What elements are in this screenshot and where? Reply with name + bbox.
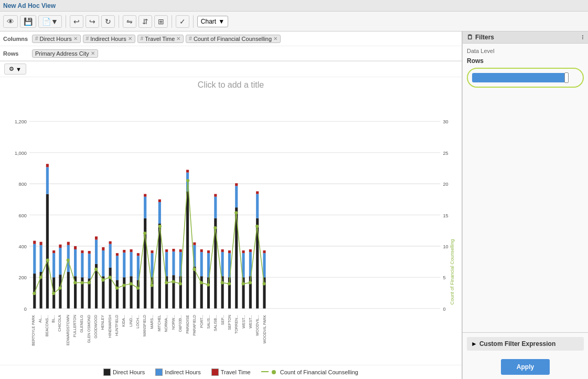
legend-swatch-indirect <box>155 369 163 376</box>
svg-rect-35 <box>59 245 61 248</box>
field-tag-indirect-hours[interactable]: # Indirect Hours ✕ <box>83 35 135 43</box>
sort-button[interactable]: ⇵ <box>138 15 152 28</box>
apply-button[interactable]: Apply <box>501 359 550 375</box>
svg-text:HENLEY: HENLEY <box>101 315 105 330</box>
chevron-right-icon: ► <box>471 340 477 348</box>
svg-point-140 <box>150 284 153 287</box>
main-area: Columns # Direct Hours ✕ # Indirect Hour… <box>0 31 588 379</box>
svg-text:WEST...: WEST... <box>242 315 246 329</box>
svg-rect-102 <box>221 276 224 308</box>
chart-options-button[interactable]: ⚙ ▼ <box>4 64 26 75</box>
field-tag-count-fc[interactable]: # Count of Financial Counselling ✕ <box>186 35 281 43</box>
undo-icon: ↩ <box>73 17 80 26</box>
svg-rect-120 <box>263 277 265 308</box>
save-button[interactable]: 💾 <box>20 15 36 28</box>
svg-rect-43 <box>81 253 83 277</box>
svg-point-130 <box>80 281 83 284</box>
svg-rect-33 <box>59 275 61 309</box>
chart-container: 0 200 400 600 800 1,000 1,200 0 5 10 15 … <box>0 93 462 365</box>
chart-type-dropdown[interactable]: Chart ▼ <box>197 16 228 27</box>
svg-text:800: 800 <box>19 182 27 187</box>
rows-slider-handle[interactable] <box>564 72 569 83</box>
svg-rect-103 <box>221 252 224 276</box>
switch-view-button[interactable]: ⇋ <box>123 15 136 28</box>
remove-field-icon[interactable]: ✕ <box>91 50 95 56</box>
field-tag-direct-hours[interactable]: # Direct Hours ✕ <box>32 35 81 43</box>
svg-rect-65 <box>130 249 133 252</box>
svg-text:TORREN...: TORREN... <box>234 315 239 334</box>
svg-rect-54 <box>109 268 112 309</box>
svg-point-145 <box>186 179 189 182</box>
undo-button[interactable]: ↩ <box>70 15 83 28</box>
svg-text:BL...: BL... <box>51 315 56 323</box>
columns-label: Columns <box>3 36 32 42</box>
svg-rect-28 <box>46 167 49 194</box>
svg-rect-26 <box>40 242 42 245</box>
svg-rect-79 <box>165 252 168 276</box>
svg-text:1,200: 1,200 <box>15 119 27 124</box>
remove-field-icon[interactable]: ✕ <box>73 36 78 41</box>
svg-point-141 <box>158 225 162 228</box>
eye-icon: 👁 <box>7 17 14 26</box>
view-button[interactable]: 👁 <box>3 15 18 28</box>
data-level-label: Data Level <box>467 48 584 54</box>
rows-row: Rows Primary Address City ✕ <box>0 46 462 61</box>
table-button[interactable]: ⊞ <box>154 15 168 28</box>
field-tag-travel-time[interactable]: # Travel Time ✕ <box>137 35 184 43</box>
export-button[interactable]: 📄 ▼ <box>38 15 62 28</box>
separator-4 <box>193 15 194 28</box>
separator-1 <box>66 15 66 28</box>
svg-rect-58 <box>116 256 119 280</box>
legend-direct-hours: Direct Hours <box>103 369 145 376</box>
svg-text:WOODVIL...: WOODVIL... <box>255 315 260 336</box>
svg-text:0: 0 <box>443 307 445 312</box>
svg-text:HUNTFIELD: HUNTFIELD <box>115 315 119 336</box>
svg-rect-92 <box>193 243 196 245</box>
svg-point-126 <box>52 292 55 295</box>
svg-text:0: 0 <box>24 307 27 312</box>
svg-rect-55 <box>109 244 112 268</box>
remove-field-icon[interactable]: ✕ <box>176 36 180 41</box>
svg-rect-121 <box>263 253 265 277</box>
table-icon: ⊞ <box>158 17 164 26</box>
svg-rect-86 <box>179 249 182 252</box>
filter-icon: 🗒 <box>467 34 473 41</box>
field-tag-primary-city[interactable]: Primary Address City ✕ <box>32 49 98 58</box>
svg-point-150 <box>221 281 224 284</box>
svg-rect-95 <box>200 249 203 252</box>
svg-rect-32 <box>52 250 55 253</box>
svg-point-156 <box>262 282 265 285</box>
redo-button[interactable]: ↪ <box>85 15 99 28</box>
legend-dot-fc <box>272 370 276 374</box>
svg-rect-110 <box>235 183 238 186</box>
rows-filter-label: Rows <box>467 57 584 65</box>
svg-rect-119 <box>256 191 259 194</box>
svg-point-124 <box>39 276 42 279</box>
svg-text:GLEN OSMOND: GLEN OSMOND <box>87 315 91 343</box>
remove-field-icon[interactable]: ✕ <box>128 36 132 41</box>
svg-rect-80 <box>165 249 168 252</box>
svg-text:400: 400 <box>19 244 27 249</box>
svg-rect-107 <box>228 250 231 253</box>
chart-svg: 0 200 400 600 800 1,000 1,200 0 5 10 15 … <box>5 93 456 360</box>
chart-title[interactable]: Click to add a title <box>0 77 462 93</box>
refresh-button[interactable]: ↻ <box>101 15 115 28</box>
svg-text:AL...: AL... <box>38 315 42 323</box>
svg-rect-53 <box>102 247 104 250</box>
svg-point-148 <box>207 283 210 287</box>
chart-view-toolbar: ⚙ ▼ <box>0 61 462 77</box>
svg-text:SALIS...: SALIS... <box>207 315 211 329</box>
rows-filter-slider-box <box>467 68 584 88</box>
svg-rect-71 <box>144 194 146 197</box>
svg-text:FULLERTON: FULLERTON <box>73 315 77 337</box>
custom-filter-header[interactable]: ► Custom Filter Expression <box>467 337 584 351</box>
chart-bars <box>33 164 265 308</box>
sort-icon: ⇵ <box>142 17 148 26</box>
svg-rect-37 <box>67 245 70 272</box>
top-bar: New Ad Hoc View <box>0 0 588 12</box>
remove-field-icon[interactable]: ✕ <box>273 36 277 41</box>
svg-rect-36 <box>67 272 70 309</box>
svg-point-136 <box>122 284 125 287</box>
filters-options-icon[interactable]: ⁝ <box>582 34 584 41</box>
check-button[interactable]: ✓ <box>176 15 189 28</box>
